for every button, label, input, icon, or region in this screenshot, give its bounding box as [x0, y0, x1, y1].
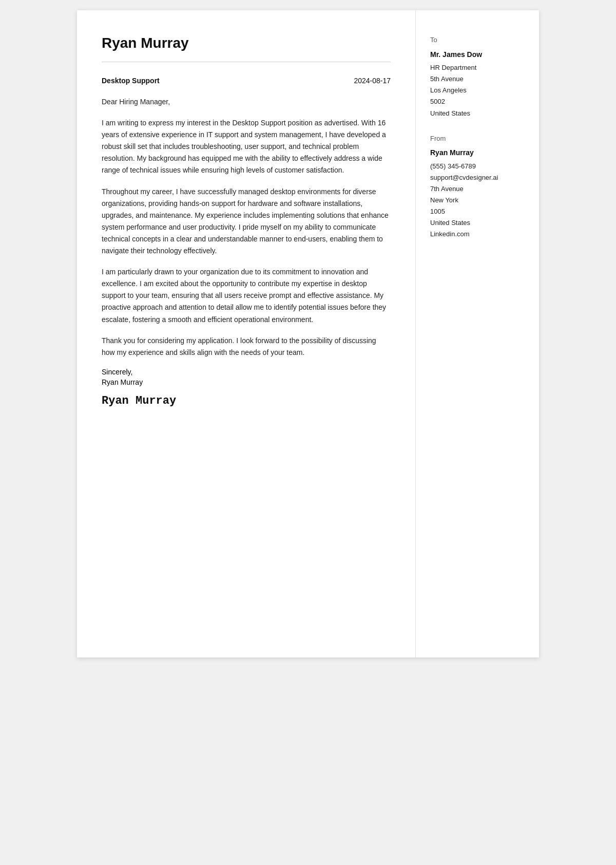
letter-body: Dear Hiring Manager, I am writing to exp…	[102, 96, 391, 359]
paragraph-1: I am writing to express my interest in t…	[102, 117, 391, 176]
to-line-4: United States	[430, 108, 525, 119]
to-label: To	[430, 35, 525, 46]
from-line-5: United States	[430, 217, 525, 229]
to-line-2: Los Angeles	[430, 85, 525, 96]
to-line-3: 5002	[430, 96, 525, 107]
from-line-0: (555) 345-6789	[430, 161, 525, 172]
from-block: From Ryan Murray (555) 345-6789 support@…	[430, 134, 525, 240]
from-address-lines: (555) 345-6789 support@cvdesigner.ai 7th…	[430, 161, 525, 240]
to-name: Mr. James Dow	[430, 49, 525, 60]
letter-meta: Desktop Support 2024-08-17	[102, 77, 391, 85]
from-name: Ryan Murray	[430, 147, 525, 158]
from-line-4: 1005	[430, 206, 525, 217]
letter-subject: Desktop Support	[102, 77, 160, 85]
right-panel: To Mr. James Dow HR Department 5th Avenu…	[416, 10, 539, 657]
applicant-name: Ryan Murray	[102, 35, 391, 51]
paragraph-4: Thank you for considering my application…	[102, 335, 391, 359]
salutation: Dear Hiring Manager,	[102, 96, 391, 108]
from-line-2: 7th Avenue	[430, 183, 525, 195]
from-line-6: Linkedin.com	[430, 229, 525, 240]
paragraph-3: I am particularly drawn to your organiza…	[102, 266, 391, 325]
to-address-lines: HR Department 5th Avenue Los Angeles 500…	[430, 62, 525, 119]
signature: Ryan Murray	[102, 394, 391, 407]
from-line-1: support@cvdesigner.ai	[430, 172, 525, 183]
from-line-3: New York	[430, 195, 525, 206]
to-line-0: HR Department	[430, 62, 525, 73]
letter-date: 2024-08-17	[354, 77, 391, 85]
left-panel: Ryan Murray Desktop Support 2024-08-17 D…	[77, 10, 416, 657]
cover-letter-page: Ryan Murray Desktop Support 2024-08-17 D…	[77, 10, 539, 657]
closing: Sincerely,	[102, 368, 391, 376]
to-line-1: 5th Avenue	[430, 73, 525, 85]
closing-name: Ryan Murray	[102, 378, 391, 386]
paragraph-2: Throughout my career, I have successfull…	[102, 186, 391, 257]
from-label: From	[430, 134, 525, 144]
to-block: To Mr. James Dow HR Department 5th Avenu…	[430, 35, 525, 119]
divider	[102, 62, 391, 62]
